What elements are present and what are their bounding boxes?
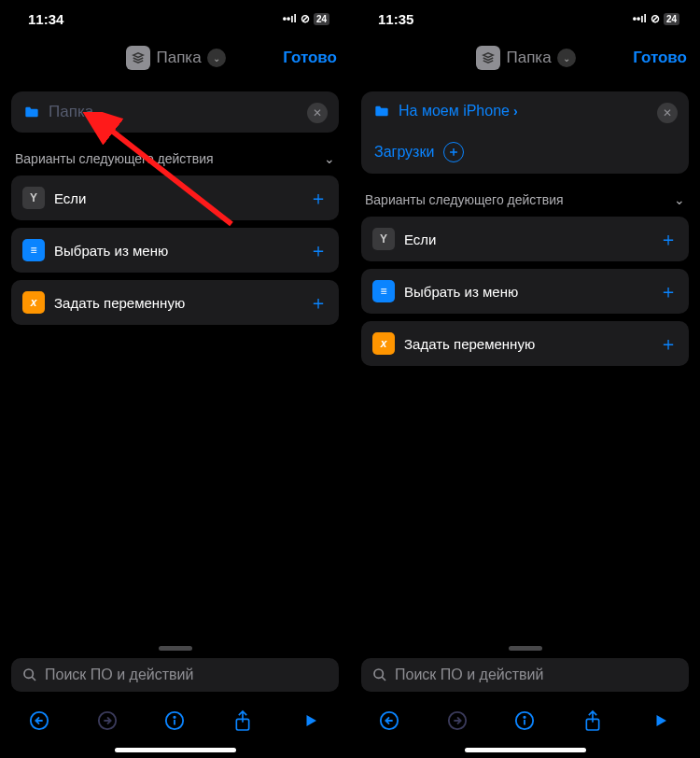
done-button[interactable]: Готово bbox=[633, 49, 687, 67]
svg-point-0 bbox=[24, 669, 33, 678]
menu-icon: ≡ bbox=[372, 280, 395, 302]
plus-icon[interactable]: ＋ bbox=[659, 331, 678, 357]
suggestion-label: Если bbox=[54, 190, 86, 206]
suggestion-if[interactable]: Y Если ＋ bbox=[361, 217, 689, 261]
action-card[interactable]: Папка ✕ bbox=[11, 91, 339, 133]
chevron-down-icon[interactable]: ⌄ bbox=[557, 49, 576, 67]
suggestion-set-variable[interactable]: x Задать переменную ＋ bbox=[11, 280, 339, 325]
suggestion-set-variable[interactable]: x Задать переменную ＋ bbox=[361, 321, 689, 366]
variable-icon: x bbox=[372, 332, 395, 355]
add-path-button[interactable]: ＋ bbox=[443, 142, 464, 162]
suggestion-label: Если bbox=[404, 232, 436, 247]
branch-icon: Y bbox=[22, 187, 45, 209]
right-screenshot: 11:35 ••ıl ⊘ 24 Папка ⌄ Готово На моем i… bbox=[350, 0, 700, 758]
svg-point-11 bbox=[525, 717, 525, 718]
menu-icon: ≡ bbox=[22, 239, 45, 261]
share-button[interactable] bbox=[574, 709, 611, 732]
status-indicators: ••ıl ⊘ 24 bbox=[283, 12, 329, 25]
suggestions-header-label: Варианты следующего действия bbox=[15, 151, 214, 166]
status-time: 11:34 bbox=[28, 11, 63, 27]
path-segment-root[interactable]: На моем iPhone › bbox=[399, 103, 518, 119]
suggestion-label: Задать переменную bbox=[54, 295, 185, 311]
signal-icon: ••ıl bbox=[283, 12, 297, 25]
nav-bar: Папка ⌄ Готово bbox=[0, 37, 350, 78]
search-input[interactable]: Поиск ПО и действий bbox=[11, 658, 339, 692]
folder-icon bbox=[24, 105, 39, 119]
run-button[interactable] bbox=[642, 711, 679, 730]
link-icon: ⊘ bbox=[301, 12, 310, 25]
redo-button bbox=[439, 710, 476, 731]
suggestion-choose-menu[interactable]: ≡ Выбрать из меню ＋ bbox=[11, 228, 339, 273]
suggestion-if[interactable]: Y Если ＋ bbox=[11, 175, 339, 220]
search-placeholder: Поиск ПО и действий bbox=[395, 667, 543, 683]
home-indicator[interactable] bbox=[465, 748, 586, 752]
clear-icon[interactable]: ✕ bbox=[307, 103, 328, 123]
drag-handle[interactable] bbox=[159, 646, 192, 651]
undo-button[interactable] bbox=[371, 710, 408, 731]
suggestions-header[interactable]: Варианты следующего действия ⌄ bbox=[350, 179, 700, 213]
clear-icon[interactable]: ✕ bbox=[657, 103, 678, 123]
bottom-toolbar bbox=[350, 697, 700, 744]
path-segment-folder[interactable]: Загрузки bbox=[374, 144, 434, 161]
search-placeholder: Поиск ПО и действий bbox=[45, 667, 193, 683]
variable-icon: x bbox=[22, 291, 45, 314]
status-indicators: ••ıl ⊘ 24 bbox=[633, 12, 679, 25]
drag-handle[interactable] bbox=[509, 646, 542, 651]
nav-title: Папка bbox=[156, 49, 201, 67]
chevron-down-icon[interactable]: ⌄ bbox=[207, 49, 226, 67]
nav-title-group[interactable]: Папка ⌄ bbox=[476, 46, 575, 70]
plus-icon[interactable]: ＋ bbox=[309, 186, 328, 211]
status-time: 11:35 bbox=[378, 11, 413, 27]
search-icon bbox=[372, 667, 387, 682]
battery-icon: 24 bbox=[664, 13, 679, 25]
suggestions-header[interactable]: Варианты следующего действия ⌄ bbox=[0, 138, 350, 172]
folder-stack-icon bbox=[476, 46, 500, 70]
folder-placeholder[interactable]: Папка bbox=[49, 103, 93, 121]
plus-icon[interactable]: ＋ bbox=[309, 290, 328, 316]
plus-icon[interactable]: ＋ bbox=[659, 227, 678, 252]
svg-point-7 bbox=[374, 669, 383, 678]
chevron-down-icon[interactable]: ⌄ bbox=[324, 151, 335, 166]
chevron-right-icon: › bbox=[513, 104, 518, 119]
home-indicator[interactable] bbox=[115, 748, 236, 752]
suggestions-header-label: Варианты следующего действия bbox=[365, 192, 564, 207]
link-icon: ⊘ bbox=[651, 12, 660, 25]
info-button[interactable] bbox=[506, 710, 543, 731]
suggestion-label: Выбрать из меню bbox=[54, 243, 168, 259]
undo-button[interactable] bbox=[21, 710, 58, 731]
share-button[interactable] bbox=[224, 709, 261, 732]
nav-title-group[interactable]: Папка ⌄ bbox=[126, 46, 225, 70]
folder-icon bbox=[374, 105, 389, 118]
plus-icon[interactable]: ＋ bbox=[309, 238, 328, 263]
branch-icon: Y bbox=[372, 228, 395, 250]
run-button[interactable] bbox=[292, 711, 329, 730]
status-bar: 11:34 ••ıl ⊘ 24 bbox=[0, 0, 350, 37]
chevron-down-icon[interactable]: ⌄ bbox=[674, 192, 685, 207]
suggestion-label: Выбрать из меню bbox=[404, 284, 518, 300]
nav-bar: Папка ⌄ Готово bbox=[350, 37, 700, 78]
redo-button bbox=[89, 710, 126, 731]
search-input[interactable]: Поиск ПО и действий bbox=[361, 658, 689, 692]
left-screenshot: 11:34 ••ıl ⊘ 24 Папка ⌄ Готово Папка ✕ В… bbox=[0, 0, 350, 758]
info-button[interactable] bbox=[156, 710, 193, 731]
suggestion-choose-menu[interactable]: ≡ Выбрать из меню ＋ bbox=[361, 269, 689, 314]
folder-stack-icon bbox=[126, 46, 150, 70]
plus-icon[interactable]: ＋ bbox=[659, 279, 678, 304]
search-icon bbox=[22, 667, 37, 682]
signal-icon: ••ıl bbox=[633, 12, 647, 25]
battery-icon: 24 bbox=[314, 13, 329, 25]
action-card[interactable]: На моем iPhone › Загрузки ＋ ✕ bbox=[361, 91, 689, 174]
bottom-toolbar bbox=[0, 697, 350, 744]
done-button[interactable]: Готово bbox=[283, 49, 337, 67]
suggestion-label: Задать переменную bbox=[404, 336, 535, 352]
status-bar: 11:35 ••ıl ⊘ 24 bbox=[350, 0, 700, 37]
nav-title: Папка bbox=[506, 49, 551, 67]
svg-point-4 bbox=[175, 717, 175, 718]
